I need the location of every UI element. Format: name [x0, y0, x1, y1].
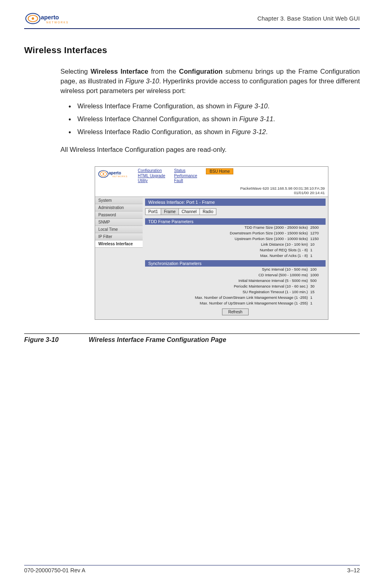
figure-caption: Figure 3-10Wireless Interface Frame Conf… — [24, 336, 360, 344]
tab-radio[interactable]: Radio — [199, 208, 216, 215]
param-row: SU Registration Timeout (1 - 100 min.)15 — [145, 289, 326, 295]
list-item: Wireless Interface Channel Configuration… — [68, 114, 360, 124]
svg-text:aperto: aperto — [41, 14, 59, 21]
list-item: Wireless Interface Frame Configuration, … — [68, 101, 360, 111]
svg-point-2 — [32, 17, 34, 20]
svg-text:aperto: aperto — [109, 171, 121, 176]
param-row: Upstream Portion Size (1000 - 10000 tick… — [145, 236, 326, 242]
tab-channel[interactable]: Channel — [179, 208, 200, 215]
sidebar-item-ip-filter[interactable]: IP Filter — [95, 233, 143, 240]
svg-text:NETWORKS: NETWORKS — [46, 21, 68, 24]
param-row: Number of REQ Slots (1 - 8)1 — [145, 247, 326, 253]
footer-rule — [24, 565, 360, 565]
port-tab-row: Port1 Frame Channel Radio — [145, 208, 326, 215]
param-row: Downstream Portion Size (1000 - 15000 ti… — [145, 230, 326, 236]
intro-paragraph: Selecting Wireless Interface from the Co… — [60, 67, 360, 96]
refresh-button[interactable]: Refresh — [222, 308, 248, 315]
param-row: Max. Number of Acks (1 - 8)1 — [145, 253, 326, 259]
param-row: TDD Frame Size (2000 - 25000 ticks)2500 — [145, 225, 326, 230]
nav-link-configuration[interactable]: Configuration — [138, 168, 165, 174]
device-info: PacketWave 620 192.168.5.98 00:01:38:10:… — [95, 185, 328, 197]
chapter-title: Chapter 3. Base Station Unit Web GUI — [257, 11, 360, 22]
nav-link-performance[interactable]: Performance — [174, 174, 197, 179]
sidebar-item-local-time[interactable]: Local Time — [95, 226, 143, 233]
nav-link-utility[interactable]: Utility — [138, 178, 165, 184]
svg-text:NETWORKS: NETWORKS — [112, 176, 128, 178]
section-heading: Wireless Interfaces — [24, 45, 360, 56]
sidebar-item-administration[interactable]: Administration — [95, 204, 143, 211]
readonly-note: All Wireless Interface Configuration pag… — [60, 145, 360, 155]
param-row: Max. Number of UpStream Link Management … — [145, 300, 326, 306]
nav-col-2: Status Performance Fault — [174, 168, 197, 184]
list-item: Wireless Interface Radio Configuration, … — [68, 127, 360, 137]
nav-link-fault[interactable]: Fault — [174, 178, 197, 184]
figure-rule — [24, 333, 360, 334]
nav-link-html-upgrade[interactable]: HTML Upgrade — [138, 174, 165, 179]
bsu-home-button[interactable]: BSU Home — [206, 168, 233, 174]
param-row: Periodic Maintenance Interval (10 - 60 s… — [145, 284, 326, 289]
nav-link-status[interactable]: Status — [174, 168, 197, 174]
figure-web-gui: aperto NETWORKS Configuration HTML Upgra… — [95, 166, 328, 320]
panel-title-bar: Wireless Interface: Port 1 - Frame — [145, 199, 326, 206]
doc-id: 070-20000750-01 Rev A — [24, 567, 85, 574]
tab-port1[interactable]: Port1 — [145, 208, 161, 215]
aperto-logo: aperto NETWORKS — [24, 11, 72, 26]
svg-point-7 — [103, 173, 104, 175]
sidebar-item-password[interactable]: Password — [95, 211, 143, 219]
page-number: 3–12 — [347, 567, 360, 574]
sidebar-item-snmp[interactable]: SNMP — [95, 219, 143, 226]
param-row: Link Distance (10 - 100 km)10 — [145, 242, 326, 247]
aperto-logo-small: aperto NETWORKS — [98, 168, 130, 180]
header-rule — [24, 28, 360, 29]
tab-frame[interactable]: Frame — [161, 208, 179, 215]
nav-col-1: Configuration HTML Upgrade Utility — [138, 168, 165, 184]
section-header-tdd: TDD Frame Parameters — [145, 218, 326, 225]
sidebar-item-system[interactable]: System — [95, 197, 143, 204]
section-header-sync: Synchronization Parameters — [145, 260, 326, 267]
config-sidebar: System Administration Password SNMP Loca… — [95, 197, 143, 319]
bullet-list: Wireless Interface Frame Configuration, … — [68, 101, 360, 137]
param-row: Max. Number of DownStream Link Managemen… — [145, 295, 326, 300]
param-row: Initial Maintenance Interval (5 - 5000 m… — [145, 278, 326, 284]
param-row: Sync Interval (10 - 500 ms)100 — [145, 267, 326, 272]
param-row: CD Interval (500 - 10000 ms)1000 — [145, 272, 326, 278]
sidebar-item-wireless-interface[interactable]: Wireless Interface — [95, 240, 143, 248]
